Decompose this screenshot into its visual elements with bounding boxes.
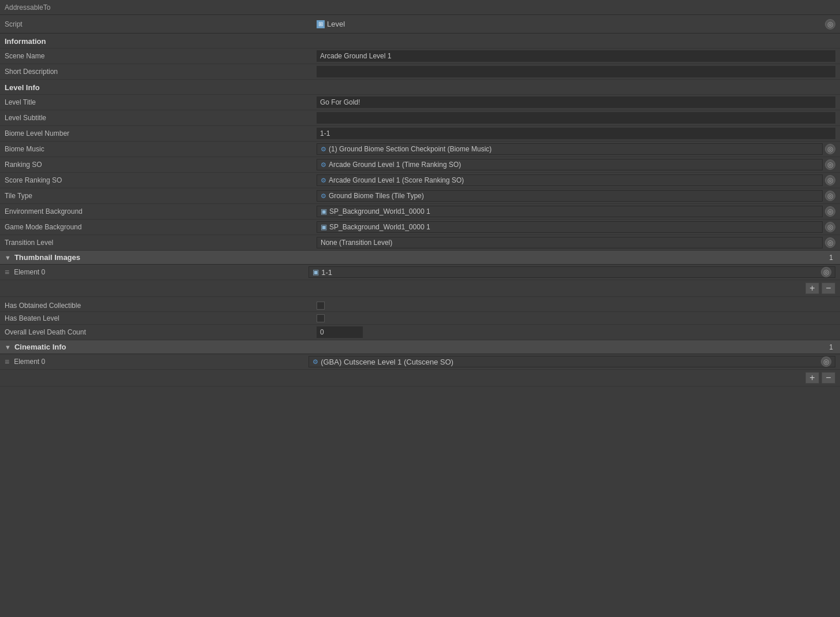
score-ranking-so-value-area: ⚙ Arcade Ground Level 1 (Score Ranking S… [317,174,835,186]
level-title-label: Level Title [5,98,317,106]
tile-type-value: Ground Biome Tiles (Tile Type) [329,192,424,200]
cinematic-info-label: Cinematic Info [14,343,829,351]
game-mode-background-value-area: ▣ SP_Background_World1_0000 1 [317,221,835,233]
level-subtitle-label: Level Subtitle [5,114,317,122]
has-obtained-value-area [317,302,835,310]
transition-level-row: Transition Level None (Transition Level) [0,235,840,251]
env-background-value: SP_Background_World1_0000 1 [329,207,430,215]
biome-number-input[interactable] [317,128,835,139]
top-header: AddressableTo [0,0,840,15]
thumbnail-drag-handle[interactable]: ≡ [5,267,9,277]
cinematic-remove-button[interactable]: − [822,372,835,384]
game-mode-background-row: Game Mode Background ▣ SP_Background_Wor… [0,220,840,235]
biome-music-icon: ⚙ [321,146,326,153]
has-beaten-checkbox[interactable] [317,314,325,322]
score-ranking-so-value: Arcade Ground Level 1 (Score Ranking SO) [329,176,464,184]
thumbnail-element0-select-button[interactable] [821,267,831,277]
transition-level-select-button[interactable] [825,237,835,248]
game-mode-background-icon: ▣ [321,223,327,231]
biome-music-select-button[interactable] [825,144,835,154]
tile-type-row: Tile Type ⚙ Ground Biome Tiles (Tile Typ… [0,188,840,204]
top-header-title: AddressableTo [5,3,50,12]
score-ranking-so-select-button[interactable] [825,175,835,185]
tile-type-select-button[interactable] [825,191,835,201]
cinematic-info-arrow: ▼ [5,344,11,351]
death-count-row: Overall Level Death Count [0,325,840,340]
thumbnail-remove-button[interactable]: − [822,283,835,294]
thumbnail-add-remove-row: + − [0,280,840,297]
script-value: Level [327,20,345,28]
biome-music-value: (1) Ground Biome Section Checkpoint (Bio… [329,145,492,153]
ranking-so-icon: ⚙ [321,161,326,169]
script-label: Script [5,20,317,28]
level-info-heading: Level Info [0,80,840,95]
cinematic-info-count: 1 [829,343,833,351]
score-ranking-so-row: Score Ranking SO ⚙ Arcade Ground Level 1… [0,173,840,188]
biome-number-value-area [317,128,835,139]
level-subtitle-row: Level Subtitle [0,110,840,126]
scene-name-value-area [317,50,835,62]
scene-name-label: Scene Name [5,52,317,60]
tile-type-icon: ⚙ [321,192,326,200]
cinematic-element0-select-button[interactable] [821,356,831,367]
cinematic-element0-value: (GBA) Cutscene Level 1 (Cutscene SO) [321,358,454,366]
cinematic-info-heading[interactable]: ▼ Cinematic Info 1 [0,340,840,354]
biome-music-value-area: ⚙ (1) Ground Biome Section Checkpoint (B… [317,143,835,155]
game-mode-background-select-button[interactable] [825,222,835,232]
scene-name-row: Scene Name [0,49,840,64]
tile-type-field[interactable]: ⚙ Ground Biome Tiles (Tile Type) [317,190,823,202]
tile-type-label: Tile Type [5,192,317,200]
short-description-row: Short Description [0,64,840,80]
env-background-select-button[interactable] [825,206,835,217]
thumbnail-images-heading[interactable]: ▼ Thumbnail Images 1 [0,251,840,265]
death-count-label: Overall Level Death Count [5,328,317,336]
cinematic-drag-handle[interactable]: ≡ [5,357,9,366]
scene-name-input[interactable] [317,50,835,62]
level-title-row: Level Title [0,95,840,110]
transition-level-field[interactable]: None (Transition Level) [317,237,823,248]
thumbnail-element0-icon: ▣ [313,268,319,276]
level-title-input[interactable] [317,96,835,108]
has-beaten-value-area [317,314,835,322]
score-ranking-so-icon: ⚙ [321,177,326,184]
death-count-value-area [317,326,835,338]
game-mode-background-field[interactable]: ▣ SP_Background_World1_0000 1 [317,221,823,233]
inspector-panel: AddressableTo Script ⊞ Level Information… [0,0,840,386]
biome-music-label: Biome Music [5,145,317,153]
has-beaten-row: Has Beaten Level [0,312,840,325]
biome-music-field[interactable]: ⚙ (1) Ground Biome Section Checkpoint (B… [317,143,823,155]
script-row: Script ⊞ Level [0,15,840,34]
game-mode-background-value: SP_Background_World1_0000 1 [329,223,430,231]
transition-level-value: None (Transition Level) [321,239,392,247]
score-ranking-so-field[interactable]: ⚙ Arcade Ground Level 1 (Score Ranking S… [317,174,823,186]
ranking-so-select-button[interactable] [825,159,835,170]
script-select-button[interactable] [825,19,835,29]
has-obtained-checkbox[interactable] [317,302,325,310]
thumbnail-images-count: 1 [829,254,833,262]
score-ranking-so-label: Score Ranking SO [5,176,317,184]
death-count-input[interactable] [317,326,363,338]
ranking-so-field[interactable]: ⚙ Arcade Ground Level 1 (Time Ranking SO… [317,159,823,170]
tile-type-value-area: ⚙ Ground Biome Tiles (Tile Type) [317,190,835,202]
short-description-value-area [317,66,835,77]
env-background-field[interactable]: ▣ SP_Background_World1_0000 1 [317,206,823,217]
transition-level-value-area: None (Transition Level) [317,237,835,248]
thumbnail-images-label: Thumbnail Images [14,253,829,262]
env-background-value-area: ▣ SP_Background_World1_0000 1 [317,206,835,217]
biome-number-label: Biome Level Number [5,129,317,137]
cinematic-add-button[interactable]: + [805,372,819,384]
cinematic-element0-row: ≡ Element 0 ⚙ (GBA) Cutscene Level 1 (Cu… [0,354,840,370]
env-background-label: Environment Background [5,207,317,215]
level-title-value-area [317,96,835,108]
ranking-so-value-area: ⚙ Arcade Ground Level 1 (Time Ranking SO… [317,159,835,170]
level-subtitle-input[interactable] [317,112,835,124]
thumbnail-element0-label: Element 0 [14,268,309,276]
information-heading: Information [0,34,840,49]
biome-music-row: Biome Music ⚙ (1) Ground Biome Section C… [0,142,840,157]
short-description-input[interactable] [317,66,835,77]
cinematic-element0-value-area: ⚙ (GBA) Cutscene Level 1 (Cutscene SO) [309,356,835,367]
cinematic-element0-label: Element 0 [14,358,309,366]
thumbnail-add-button[interactable]: + [805,283,819,294]
game-mode-background-label: Game Mode Background [5,223,317,231]
ranking-so-row: Ranking SO ⚙ Arcade Ground Level 1 (Time… [0,157,840,173]
